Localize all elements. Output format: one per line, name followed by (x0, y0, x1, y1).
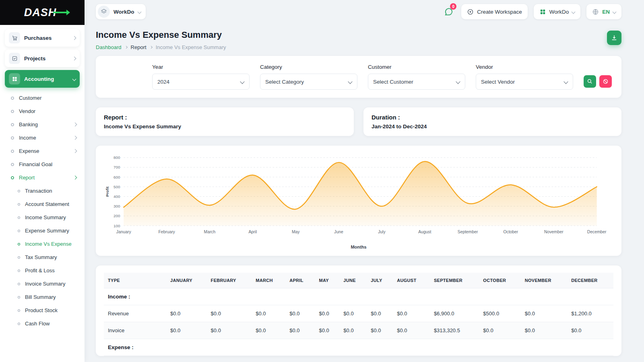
sidebar-item-label: Bill Summary (25, 294, 76, 300)
table-column-header: JANUARY (166, 273, 207, 288)
table-cell: $0.0 (367, 322, 393, 339)
sidebar-item-vendor[interactable]: Vendor (5, 105, 80, 118)
sidebar-item-label: Expense Summary (25, 228, 76, 234)
sidebar-item-tax-summary[interactable]: Tax Summary (5, 251, 80, 264)
chevron-down-icon (613, 10, 617, 14)
customer-field: Customer Select Customer (368, 64, 465, 90)
sidebar-item-income-summary[interactable]: Income Summary (5, 211, 80, 224)
sidebar-item-label: Purchases (24, 35, 69, 41)
sidebar-item-profit-loss[interactable]: Profit & Loss (5, 264, 80, 277)
create-workspace-button[interactable]: Create Workspace (461, 4, 528, 19)
breadcrumb-dashboard[interactable]: Dashboard (96, 44, 122, 50)
bullet-circle-icon (17, 282, 21, 286)
vendor-label: Vendor (476, 64, 573, 70)
messages-button[interactable]: 0 (442, 5, 455, 19)
language-label: EN (602, 9, 610, 15)
bullet-circle-icon (17, 189, 21, 193)
svg-text:Profit: Profit (105, 186, 109, 197)
sidebar-item-label: Invoice Summary (25, 281, 76, 287)
chevron-right-icon (72, 36, 76, 40)
sidebar-item-report[interactable]: Report (5, 171, 80, 184)
sidebar-item-label: Income Vs Expense (25, 241, 76, 247)
apply-filter-button[interactable] (584, 75, 596, 88)
bullet-circle-icon (10, 162, 15, 167)
sidebar-item-label: Cash Flow (25, 321, 76, 327)
svg-text:December: December (587, 230, 607, 234)
sidebar-item-invoice-summary[interactable]: Invoice Summary (5, 277, 80, 290)
table-cell: $0.0 (166, 305, 207, 322)
download-button[interactable] (607, 31, 621, 45)
table-cell: $0.0 (339, 305, 367, 322)
vendor-select-value: Select Vendor (481, 79, 515, 85)
language-selector[interactable]: EN (586, 4, 621, 19)
table-section-row: Income : (104, 288, 613, 305)
sidebar-item-accounting[interactable]: Accounting (5, 70, 80, 88)
sidebar-item-transaction[interactable]: Transaction (5, 184, 80, 197)
chevron-right-icon (73, 123, 77, 127)
svg-text:200: 200 (114, 214, 120, 218)
category-label: Category (260, 64, 357, 70)
workspace-menu-button[interactable]: WorkDo (534, 4, 581, 19)
year-label: Year (152, 64, 250, 70)
breadcrumb-report[interactable]: Report (131, 44, 147, 50)
sidebar-item-financial-goal[interactable]: Financial Goal (5, 158, 80, 171)
duration-summary-card: Duration : Jan-2024 to Dec-2024 (363, 107, 621, 136)
bullet-circle-icon (17, 269, 21, 273)
sidebar-item-label: Banking (19, 121, 70, 128)
sidebar-item-product-stock[interactable]: Product Stock (5, 304, 80, 317)
bullet-circle-icon (17, 242, 21, 246)
table-row: Revenue$0.0$0.0$0.0$0.0$0.0$0.0$0.0$0.0$… (104, 305, 613, 322)
vendor-select[interactable]: Select Vendor (476, 74, 573, 90)
svg-text:April: April (248, 230, 257, 234)
table-column-header: AUGUST (393, 273, 430, 288)
chevron-right-icon (72, 56, 76, 60)
sidebar-item-label: Profit & Loss (25, 267, 76, 274)
sidebar-item-cash-flow[interactable]: Cash Flow (5, 317, 80, 330)
bullet-circle-icon (10, 109, 15, 114)
table-column-header: SEPTEMBER (430, 273, 479, 288)
sidebar-item-account-statement[interactable]: Account Statement (5, 197, 80, 211)
bullet-circle-icon (17, 255, 21, 259)
workspace-switcher[interactable]: WorkDo (96, 4, 146, 19)
sidebar-item-purchases[interactable]: Purchases (5, 29, 80, 47)
bullet-circle-icon (17, 322, 21, 326)
table-body: Income :Revenue$0.0$0.0$0.0$0.0$0.0$0.0$… (104, 288, 613, 356)
year-select[interactable]: 2024 (152, 74, 250, 90)
table-section-row: Expense : (104, 339, 613, 356)
svg-text:August: August (418, 230, 431, 234)
summary-row: Report : Income Vs Expense Summary Durat… (96, 107, 621, 136)
category-select[interactable]: Select Category (260, 74, 357, 90)
table-column-header: OCTOBER (479, 273, 520, 288)
breadcrumb-current: Income Vs Expense Summary (156, 44, 226, 50)
sidebar-item-banking[interactable]: Banking (5, 118, 80, 131)
sidebar-item-income[interactable]: Income (5, 131, 80, 144)
customer-select-value: Select Customer (373, 79, 413, 85)
sidebar-item-customer[interactable]: Customer (5, 91, 80, 105)
page-content: Income Vs Expense Summary Dashboard Repo… (85, 23, 644, 356)
sidebar-item-label: Financial Goal (19, 161, 76, 167)
chevron-down-icon (572, 10, 576, 14)
main-area: WorkDo 0 Create Workspace WorkDo (85, 0, 644, 362)
sidebar-item-bill-summary[interactable]: Bill Summary (5, 290, 80, 304)
sidebar-nav: PurchasesProjectsAccountingCustomerVendo… (0, 25, 85, 335)
sidebar-item-projects[interactable]: Projects (5, 49, 80, 67)
customer-select[interactable]: Select Customer (368, 74, 465, 90)
report-value: Income Vs Expense Summary (104, 123, 346, 130)
brand-logo[interactable]: DASH (24, 6, 61, 19)
svg-text:November: November (544, 230, 564, 234)
bullet-circle-icon (17, 295, 21, 299)
sidebar-item-income-vs-expense[interactable]: Income Vs Expense (5, 237, 80, 251)
table-cell: $0.0 (367, 305, 393, 322)
workspace-menu-label: WorkDo (549, 9, 569, 15)
table-cell: $0.0 (207, 322, 252, 339)
grid-icon (9, 73, 20, 84)
svg-text:March: March (204, 230, 216, 234)
svg-text:800: 800 (114, 155, 120, 160)
svg-text:400: 400 (114, 194, 120, 199)
sidebar-item-expense-summary[interactable]: Expense Summary (5, 224, 80, 237)
table-cell: $0.0 (315, 305, 339, 322)
logo-text: DASH (24, 6, 57, 19)
table-row: Invoice$0.0$0.0$0.0$0.0$0.0$0.0$0.0$0.0$… (104, 322, 613, 339)
reset-filter-button[interactable] (599, 75, 612, 88)
sidebar-item-expense[interactable]: Expense (5, 144, 80, 158)
